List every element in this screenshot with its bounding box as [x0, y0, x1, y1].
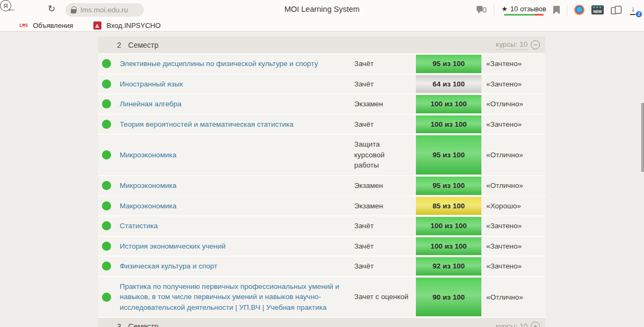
grade-label: «Отлично»: [481, 293, 545, 301]
back-icon[interactable]: ←: [6, 3, 17, 14]
grade-label: «Зачтено»: [481, 262, 545, 270]
table-row: Физическая культура и спорт Зачёт 92 из …: [98, 257, 545, 277]
course-status-dot: [102, 150, 111, 159]
course-link[interactable]: Макроэкономика: [120, 197, 354, 216]
reviews-count-label: 10 отзывов: [510, 5, 546, 13]
score-badge: 100 из 100: [416, 115, 481, 134]
browser-toolbar: ← Я ↻ lms.moi.edu.ru MOI Learning System…: [0, 0, 644, 20]
exam-type-label: Экзамен: [354, 197, 416, 216]
lock-icon: [71, 9, 76, 13]
score-badge: 64 из 100: [416, 75, 481, 93]
collapse-icon[interactable]: −: [531, 40, 540, 49]
exam-type-label: Защита курсовой работы: [354, 135, 416, 175]
grade-label: «Зачтено»: [481, 80, 545, 88]
course-link[interactable]: Теория вероятностей и математическая ста…: [120, 115, 354, 134]
bookmark-item-inpsycho[interactable]: Вход.INPSYCHO: [93, 21, 160, 30]
semester-label: Семестр: [128, 322, 159, 327]
score-badge: 100 из 100: [416, 217, 481, 235]
new-extension-icon[interactable]: NEW: [591, 5, 604, 14]
extension-icon[interactable]: [574, 5, 584, 15]
downloads-button[interactable]: ↓ 2: [629, 4, 641, 16]
url-text: lms.moi.edu.ru: [80, 6, 128, 14]
star-icon: ★: [501, 5, 508, 13]
toolbar-separator: [494, 5, 494, 16]
score-badge: 90 из 100: [416, 278, 481, 317]
course-status-dot: [102, 293, 111, 302]
course-link[interactable]: Микроэкономика: [120, 176, 354, 195]
course-status-dot: [102, 120, 111, 129]
exam-type-label: Экзамен: [354, 176, 416, 195]
semester-title: 3 Семестр: [117, 322, 158, 327]
course-link[interactable]: Линейная алгебра: [120, 95, 354, 114]
course-status-dot: [102, 59, 111, 68]
course-link[interactable]: Иностранный язык: [120, 75, 354, 94]
course-status-dot: [102, 201, 111, 210]
lms-favicon: LMS: [19, 23, 28, 28]
course-rows: Элективные дисциплины по физической куль…: [98, 54, 545, 318]
semester-number: 3: [117, 322, 121, 327]
courses-label: курсы:: [496, 322, 517, 327]
semester-2-courses-toggle[interactable]: курсы: 10 −: [496, 40, 540, 50]
exam-type-label: Зачёт: [354, 75, 416, 94]
bookmark-icon[interactable]: [553, 6, 560, 14]
course-link[interactable]: Статистика: [120, 216, 354, 236]
table-row: Микроэкономика Защита курсовой работы 95…: [98, 135, 545, 176]
score-badge: 92 из 100: [416, 257, 481, 275]
rating-bar-negative: [535, 14, 544, 16]
course-status-dot: [102, 261, 111, 271]
bookmark-label: Вход.INPSYCHO: [106, 21, 160, 30]
table-row: Иностранный язык Зачёт 64 из 100 «Зачтен…: [98, 75, 545, 95]
table-row: Линейная алгебра Экзамен 100 из 100 «Отл…: [98, 95, 545, 115]
grade-label: «Отлично»: [481, 100, 545, 108]
course-status-dot: [102, 79, 111, 89]
semester-3-courses-toggle[interactable]: курсы: 10 +: [496, 322, 540, 327]
inpsycho-favicon: [93, 21, 101, 30]
score-badge: 100 из 100: [416, 95, 481, 113]
course-link[interactable]: Физическая культура и спорт: [120, 257, 354, 276]
course-link[interactable]: Элективные дисциплины по физической куль…: [120, 54, 354, 74]
address-bar[interactable]: lms.moi.edu.ru: [65, 3, 144, 17]
score-badge: 95 из 100: [416, 177, 481, 195]
grade-label: «Зачтено»: [481, 222, 545, 230]
exam-type-label: Зачёт: [354, 237, 416, 256]
table-row: Статистика Зачёт 100 из 100 «Зачтено»: [98, 216, 545, 237]
bookmark-item-announcements[interactable]: LMS Объявления: [19, 21, 73, 30]
site-reviews-button[interactable]: ★ 10 отзывов: [501, 5, 546, 16]
semester-label: Семестр: [128, 41, 159, 49]
course-status-dot: [102, 181, 111, 190]
grade-label: «Зачтено»: [481, 242, 545, 250]
table-row: Микроэкономика Экзамен 95 из 100 «Отличн…: [98, 176, 545, 197]
rating-bar-positive: [504, 14, 535, 16]
grade-label: «Хорошо»: [481, 202, 545, 210]
score-badge: 95 из 100: [416, 55, 481, 73]
semester-number: 2: [117, 41, 121, 49]
grade-label: «Зачтено»: [481, 60, 545, 68]
course-status-dot: [102, 221, 111, 230]
grades-table: 2 Семестр курсы: 10 − Элективные дисципл…: [98, 37, 545, 327]
exam-type-label: Зачёт: [354, 257, 416, 276]
score-badge: 95 из 100: [416, 135, 481, 175]
table-row: Макроэкономика Экзамен 85 из 100 «Хорошо…: [98, 197, 545, 217]
scrollbar-thumb[interactable]: [641, 103, 644, 172]
grade-label: «Зачтено»: [481, 120, 545, 128]
grade-label: «Отлично»: [481, 181, 545, 190]
score-badge: 85 из 100: [416, 197, 481, 215]
table-row: История экономических учений Зачёт 100 и…: [98, 237, 545, 257]
exam-type-label: Зачёт: [354, 54, 416, 74]
bookmarks-bar: LMS Объявления Вход.INPSYCHO: [0, 20, 644, 32]
toolbar-actions: ★ 10 отзывов NEW ↓ 2: [476, 0, 641, 20]
courses-count: 10: [519, 40, 528, 48]
course-status-dot: [102, 242, 111, 251]
expand-icon[interactable]: +: [531, 322, 540, 327]
course-link[interactable]: Практика по получению первичных професси…: [120, 277, 354, 317]
refresh-icon[interactable]: ↻: [48, 3, 55, 14]
courses-count: 10: [519, 322, 528, 327]
semester-header-2: 2 Семестр курсы: 10 −: [98, 37, 545, 54]
course-link[interactable]: История экономических учений: [120, 237, 354, 256]
score-badge: 100 из 100: [416, 237, 481, 256]
course-link[interactable]: Микроэкономика: [120, 146, 354, 165]
collections-icon[interactable]: [611, 5, 622, 15]
page-content: 2 Семестр курсы: 10 − Элективные дисципл…: [98, 32, 545, 327]
course-status-dot: [102, 99, 111, 108]
page-actions-icon[interactable]: [476, 5, 487, 14]
